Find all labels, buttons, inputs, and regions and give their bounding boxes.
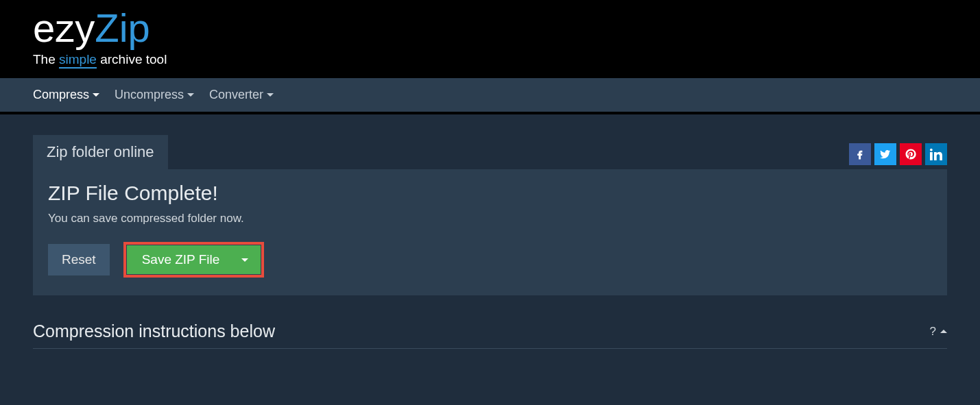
facebook-icon xyxy=(854,148,866,160)
logo-text-ezy: ezy xyxy=(33,8,95,48)
nav-converter-label: Converter xyxy=(209,88,263,102)
top-row: Zip folder online xyxy=(33,135,947,169)
nav-compress-label: Compress xyxy=(33,88,89,102)
help-toggle[interactable]: ? xyxy=(930,325,947,339)
panel-subtext: You can save compressed folder now. xyxy=(48,212,932,225)
caret-up-icon xyxy=(940,330,947,333)
social-icons xyxy=(849,143,947,165)
linkedin-icon xyxy=(930,148,942,160)
twitter-share-button[interactable] xyxy=(874,143,896,165)
caret-down-icon xyxy=(93,93,99,97)
panel-heading: ZIP File Complete! xyxy=(48,182,932,205)
tab-zip-folder[interactable]: Zip folder online xyxy=(33,135,168,169)
nav-compress[interactable]: Compress xyxy=(33,85,99,105)
help-label: ? xyxy=(930,325,936,339)
reset-button[interactable]: Reset xyxy=(48,244,110,275)
facebook-share-button[interactable] xyxy=(849,143,871,165)
twitter-icon xyxy=(879,148,892,160)
save-button-label: Save ZIP File xyxy=(142,252,220,267)
logo-text-zip: Zip xyxy=(95,8,150,48)
instructions-heading: Compression instructions below xyxy=(33,321,275,341)
caret-down-icon xyxy=(241,258,248,262)
pinterest-share-button[interactable] xyxy=(900,143,922,165)
caret-down-icon xyxy=(267,93,274,97)
status-panel: ZIP File Complete! You can save compress… xyxy=(33,169,947,295)
nav-converter[interactable]: Converter xyxy=(209,85,274,105)
save-button-highlight: Save ZIP File xyxy=(123,242,265,278)
tagline-post: archive tool xyxy=(97,52,167,66)
navbar: Compress Uncompress Converter xyxy=(0,77,980,114)
tagline-highlight: simple xyxy=(59,52,97,69)
nav-uncompress[interactable]: Uncompress xyxy=(115,85,194,105)
logo[interactable]: ezyZip xyxy=(33,8,947,48)
header: ezyZip The simple archive tool xyxy=(0,0,980,77)
tagline-pre: The xyxy=(33,52,59,66)
instructions-row: Compression instructions below ? xyxy=(33,321,947,349)
button-row: Reset Save ZIP File xyxy=(48,242,932,278)
tagline: The simple archive tool xyxy=(33,52,947,67)
save-zip-button[interactable]: Save ZIP File xyxy=(127,245,261,274)
main-content: Zip folder online ZIP File Complete! You… xyxy=(0,114,980,405)
caret-down-icon xyxy=(187,93,194,97)
pinterest-icon xyxy=(905,148,917,160)
linkedin-share-button[interactable] xyxy=(925,143,947,165)
tab-label: Zip folder online xyxy=(47,143,154,160)
nav-uncompress-label: Uncompress xyxy=(115,88,184,102)
